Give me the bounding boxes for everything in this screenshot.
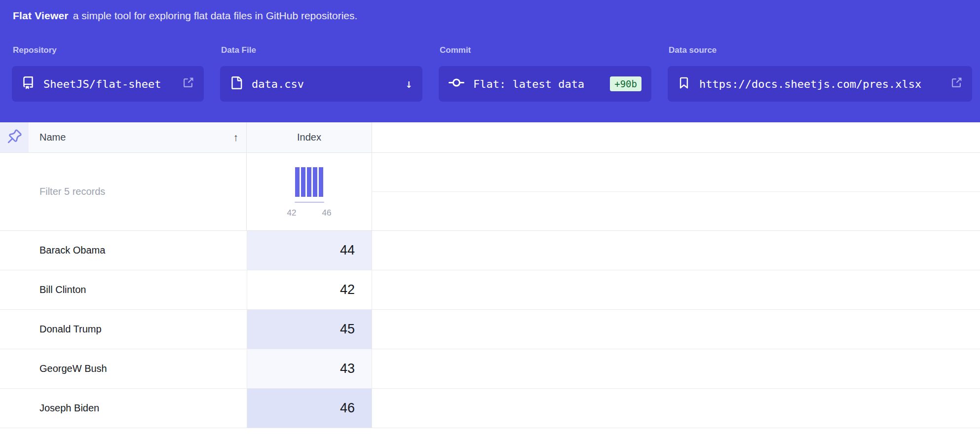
external-link-icon[interactable] xyxy=(950,77,962,91)
repo-book-icon xyxy=(22,76,35,92)
index-histogram xyxy=(295,167,323,197)
commit-selector[interactable]: Flat: latest data +90b xyxy=(439,66,651,102)
pin-icon xyxy=(7,129,22,146)
header-empty-area xyxy=(372,122,980,152)
table-row: Donald Trump 45 xyxy=(0,310,980,349)
histogram-bar xyxy=(307,167,311,197)
table-row: GeorgeW Bush 43 xyxy=(0,349,980,389)
row-empty-area xyxy=(372,231,980,270)
name-filter-cell xyxy=(0,153,247,230)
index-cell: 42 xyxy=(247,270,372,309)
name-cell: Joseph Biden xyxy=(0,389,247,428)
table-row: Joseph Biden 46 xyxy=(0,389,980,428)
gridline xyxy=(372,191,980,192)
app-subtitle: a simple tool for exploring flat data fi… xyxy=(73,10,358,22)
index-cell: 44 xyxy=(247,231,372,270)
histogram-baseline xyxy=(295,202,324,203)
row-empty-area xyxy=(372,389,980,428)
name-column-label: Name xyxy=(39,132,66,143)
row-empty-area xyxy=(372,349,980,388)
data-source-label: Data source xyxy=(669,45,972,55)
file-icon xyxy=(230,76,243,92)
column-header-name[interactable]: Name ↑ xyxy=(29,122,247,152)
commit-label: Commit xyxy=(440,45,651,55)
histogram-range-labels: 42 46 xyxy=(287,208,332,218)
external-link-icon[interactable] xyxy=(182,77,194,91)
data-file-value: data.csv xyxy=(252,78,304,90)
repository-label: Repository xyxy=(13,45,204,55)
field-repository: Repository SheetJS/flat-sheet xyxy=(12,45,204,102)
field-commit: Commit Flat: latest data +90b xyxy=(439,45,651,102)
name-cell: Barack Obama xyxy=(0,231,247,270)
data-source-url: https://docs.sheetjs.com/pres.xlsx xyxy=(699,78,921,90)
flat-viewer-page: Flat Viewer a simple tool for exploring … xyxy=(0,0,980,438)
filter-empty-area xyxy=(372,153,980,230)
histogram-bar xyxy=(319,167,323,197)
index-column-label: Index xyxy=(297,132,321,143)
commit-message: Flat: latest data xyxy=(473,78,584,90)
histogram-bar xyxy=(313,167,317,197)
row-empty-area xyxy=(372,270,980,309)
down-arrow-icon[interactable]: ↓ xyxy=(406,77,413,91)
histogram-bar xyxy=(295,167,300,197)
bookmark-icon xyxy=(678,76,690,92)
repository-value: SheetJS/flat-sheet xyxy=(43,78,161,90)
table-row: Barack Obama 44 xyxy=(0,231,980,270)
git-commit-icon xyxy=(449,75,464,93)
filter-input[interactable] xyxy=(39,186,222,197)
index-histogram-cell: 42 46 xyxy=(247,153,372,230)
field-data-file: Data File data.csv ↓ xyxy=(220,45,422,102)
index-cell: 45 xyxy=(247,310,372,349)
header-fields: Repository SheetJS/flat-sheet Data File xyxy=(0,45,980,102)
histogram-min-label: 42 xyxy=(287,208,297,218)
sort-ascending-icon: ↑ xyxy=(233,132,239,144)
histogram-max-label: 46 xyxy=(322,208,332,218)
data-file-selector[interactable]: data.csv ↓ xyxy=(220,66,422,102)
diffstat-badge: +90b xyxy=(610,76,641,91)
name-cell: Bill Clinton xyxy=(0,270,247,309)
row-empty-area xyxy=(372,310,980,349)
filter-summary-row: 42 46 xyxy=(0,153,980,231)
field-data-source: Data source https://docs.sheetjs.com/pre… xyxy=(668,45,972,102)
app-title-row: Flat Viewer a simple tool for exploring … xyxy=(0,0,980,32)
data-file-label: Data File xyxy=(221,45,422,55)
sticky-column-toggle[interactable] xyxy=(0,122,29,152)
grid-header-row: Name ↑ Index xyxy=(0,122,980,153)
table-row: Bill Clinton 42 xyxy=(0,270,980,310)
name-cell: Donald Trump xyxy=(0,310,247,349)
name-cell: GeorgeW Bush xyxy=(0,349,247,388)
index-cell: 43 xyxy=(247,349,372,388)
column-header-index[interactable]: Index xyxy=(247,122,372,152)
app-title: Flat Viewer xyxy=(13,10,69,22)
data-source-box[interactable]: https://docs.sheetjs.com/pres.xlsx xyxy=(668,66,972,102)
repository-box[interactable]: SheetJS/flat-sheet xyxy=(12,66,204,102)
index-cell: 46 xyxy=(247,389,372,428)
app-header: Flat Viewer a simple tool for exploring … xyxy=(0,0,980,122)
histogram-bar xyxy=(301,167,305,197)
